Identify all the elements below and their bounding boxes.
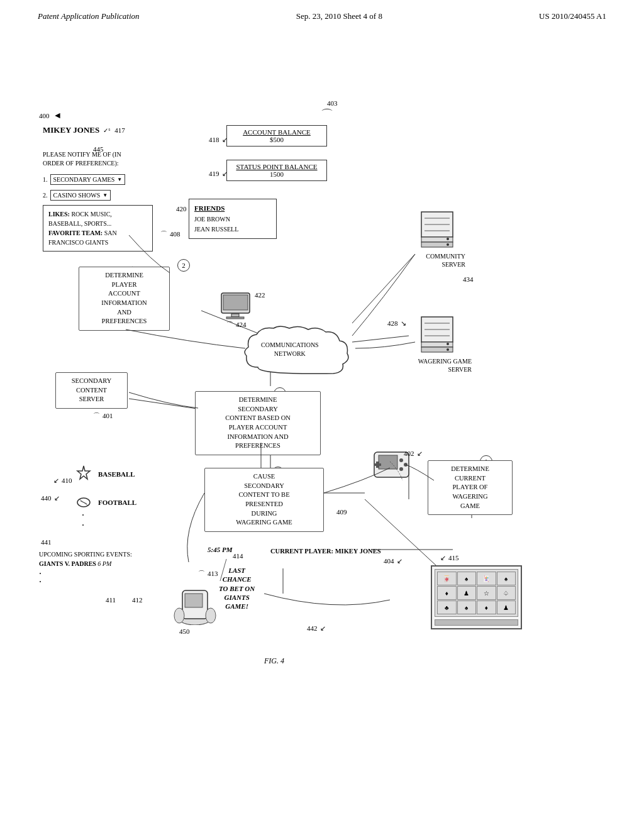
- pref2-dropdown[interactable]: CASINO SHOWS ▼: [50, 190, 111, 201]
- player-name-box: MIKEY JONES ✓ˢ 417: [43, 125, 125, 135]
- svg-point-19: [447, 243, 449, 246]
- label-450: 450: [179, 625, 190, 636]
- arrow-403-curve: ⌒: [321, 106, 333, 123]
- svg-point-31: [447, 348, 449, 351]
- label-415: ↙ 415: [440, 551, 459, 563]
- svg-point-18: [447, 238, 449, 240]
- time-label: 5:45 PM: [208, 543, 232, 555]
- community-server: COMMUNITY SERVER: [415, 209, 465, 268]
- svg-rect-45: [185, 594, 203, 607]
- comm-network: COMMUNICATIONS NETWORK: [239, 323, 358, 382]
- svg-line-6: [352, 254, 415, 323]
- community-server-label: COMMUNITY SERVER: [415, 252, 465, 268]
- label-440: 440 ↙: [41, 492, 60, 503]
- label-410: ↙ 410: [53, 474, 72, 485]
- baseball-icon: BASEBALL: [74, 465, 135, 484]
- page: Patent Application Publication Sep. 23, …: [0, 0, 644, 830]
- diagram: 400 ◄ 403 ⌒ MIKEY JONES ✓ˢ 417 418 ↙ ACC…: [0, 28, 644, 795]
- svg-point-30: [447, 343, 449, 345]
- notify-text: PLEASE NOTIFY ME OF (IN ORDER OF PREFERE…: [43, 150, 143, 168]
- svg-rect-21: [223, 295, 248, 310]
- label-402: 402 ↙: [404, 447, 423, 458]
- header-right: US 2010/240455 A1: [539, 11, 606, 21]
- secondary-content-server: SECONDARY CONTENT SERVER: [55, 372, 128, 409]
- svg-point-47: [206, 608, 216, 623]
- last-chance-text: LAST CHANCE TO BET ON GIANTS GAME!: [219, 566, 255, 611]
- label-400: 400 ◄: [39, 109, 62, 121]
- fig-label: FIG. 4: [264, 656, 284, 666]
- label-401: ⌒ 401: [93, 409, 113, 421]
- label-408: ⌒ 408: [160, 228, 180, 239]
- label-413: ⌒ 413: [198, 567, 218, 578]
- svg-marker-32: [77, 466, 90, 479]
- svg-rect-37: [379, 455, 397, 469]
- label-428: 428 ↘: [387, 317, 406, 328]
- svg-point-38: [399, 458, 403, 462]
- svg-rect-42: [374, 463, 381, 466]
- svg-point-39: [404, 463, 408, 467]
- wagering-server-label: WAGERING GAME SERVER: [415, 357, 472, 374]
- svg-point-46: [174, 608, 184, 623]
- slot-machine: 🀄 ♠ 🃏 ♠ ♦ ♟ ☆ ♤ ♣ ♠ ♦ ♟: [431, 565, 522, 629]
- label-411: 411: [106, 594, 116, 605]
- handheld-450: [170, 581, 220, 628]
- upcoming-events: UPCOMING SPORTING EVENTS: GIANTS V. PADR…: [39, 550, 132, 587]
- pref2-row: 2. CASINO SHOWS ▼: [43, 190, 111, 201]
- label-419: 419 ↙: [209, 167, 228, 179]
- pref1-row: 1. SECONDARY GAMES ▼: [43, 174, 125, 185]
- step1-box: DETERMINE CURRENT PLAYER OF WAGERING GAM…: [428, 460, 513, 515]
- label-442: 442 ↙: [307, 622, 326, 633]
- header-left: Patent Application Publication: [38, 11, 140, 21]
- label-422: 422: [255, 289, 265, 300]
- step3-box: DETERMINE SECONDARY CONTENT BASED ON PLA…: [195, 391, 321, 455]
- step2-box: DETERMINE PLAYER ACCOUNT INFORMATION AND…: [79, 267, 170, 331]
- status-point-box: STATUS POINT BALANCE 1500: [226, 160, 327, 181]
- label-412: 412: [132, 594, 143, 605]
- step4-box: CAUSE SECONDARY CONTENT TO BE PRESENTED …: [204, 468, 324, 532]
- label-441: 441: [41, 536, 52, 547]
- more-sports-dots: · ·: [82, 511, 84, 531]
- current-player-label: CURRENT PLAYER: MIKEY JONES: [270, 545, 381, 556]
- profile-box: LIKES: ROCK MUSIC, BASEBALL, SPORTS... F…: [43, 205, 153, 252]
- pref1-dropdown[interactable]: SECONDARY GAMES ▼: [50, 174, 126, 185]
- label-404: 404 ↙: [384, 555, 402, 566]
- svg-rect-22: [231, 314, 239, 317]
- label-434: 434: [463, 273, 474, 284]
- label-409: 409: [336, 506, 347, 517]
- svg-line-5: [352, 336, 409, 342]
- header: Patent Application Publication Sep. 23, …: [0, 0, 644, 21]
- circle-2: 2: [177, 259, 190, 272]
- header-center: Sep. 23, 2010 Sheet 4 of 8: [296, 11, 382, 21]
- friends-box: FRIENDS JOE BROWN JEAN RUSSELL: [189, 199, 277, 239]
- wagering-server: WAGERING GAME SERVER: [415, 314, 472, 374]
- svg-line-35: [80, 501, 87, 504]
- label-414: 414: [233, 550, 243, 561]
- svg-point-40: [399, 467, 403, 471]
- label-418: 418 ↙: [209, 133, 228, 145]
- account-balance-box: ACCOUNT BALANCE $500: [226, 125, 327, 147]
- football-icon: FOOTBALL: [74, 493, 136, 512]
